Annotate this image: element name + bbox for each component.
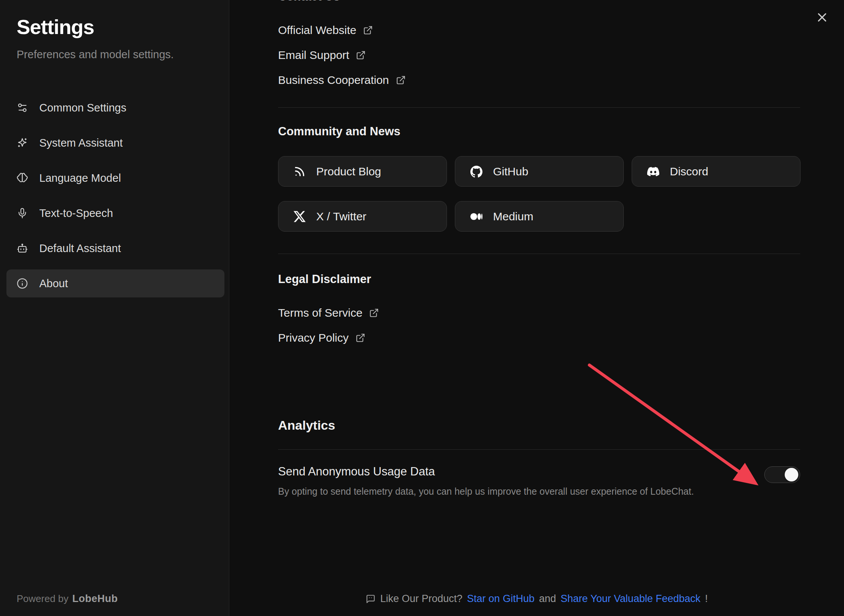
- powered-by-label: Powered by: [17, 593, 68, 604]
- medium-button[interactable]: Medium: [455, 201, 624, 232]
- button-label: Product Blog: [316, 165, 381, 178]
- terms-of-service-link[interactable]: Terms of Service: [278, 305, 379, 320]
- link-label: Business Cooperation: [278, 73, 389, 88]
- divider: [278, 449, 800, 450]
- external-link-icon: [369, 308, 379, 318]
- x-twitter-button[interactable]: X / Twitter: [278, 201, 447, 232]
- star-on-github-link[interactable]: Star on GitHub: [467, 593, 535, 605]
- sidebar-item-about[interactable]: About: [6, 269, 224, 297]
- usage-data-texts: Send Anonymous Usage Data By opting to s…: [278, 464, 694, 497]
- github-button[interactable]: GitHub: [455, 156, 624, 187]
- sidebar: Settings Preferences and model settings.…: [0, 0, 229, 616]
- sliders-icon: [17, 102, 28, 113]
- external-link-icon: [356, 333, 365, 343]
- button-label: X / Twitter: [316, 210, 366, 223]
- sidebar-item-common-settings[interactable]: Common Settings: [6, 94, 224, 122]
- button-label: GitHub: [493, 165, 528, 178]
- sidebar-item-label: Text-to-Speech: [39, 207, 113, 220]
- external-link-icon: [356, 50, 366, 60]
- footer: Like Our Product? Star on GitHub and Sha…: [230, 593, 844, 605]
- powered-by: Powered byLobeHub: [17, 593, 118, 605]
- privacy-policy-link[interactable]: Privacy Policy: [278, 330, 365, 345]
- button-label: Medium: [493, 210, 533, 223]
- bot-icon: [17, 243, 28, 254]
- setting-label: Send Anonymous Usage Data: [278, 464, 694, 479]
- button-label: Discord: [670, 165, 708, 178]
- medium-icon: [470, 210, 482, 223]
- mic-icon: [17, 207, 28, 219]
- legal-heading: Legal Disclaimer: [278, 272, 800, 286]
- toggle-knob: [785, 468, 798, 481]
- footer-conjunction: and: [539, 593, 556, 605]
- sidebar-item-default-assistant[interactable]: Default Assistant: [6, 234, 224, 262]
- page-title: Settings: [17, 15, 229, 39]
- sidebar-item-text-to-speech[interactable]: Text-to-Speech: [6, 199, 224, 227]
- discord-button[interactable]: Discord: [632, 156, 801, 187]
- info-icon: [17, 278, 28, 289]
- close-icon: [816, 11, 828, 23]
- external-link-icon: [396, 75, 406, 85]
- usage-data-toggle[interactable]: [764, 466, 800, 483]
- official-website-link[interactable]: Official Website: [278, 23, 373, 38]
- community-buttons: Product Blog GitHub Discord X / Twitter: [278, 156, 800, 232]
- footer-prefix: Like Our Product?: [380, 593, 462, 605]
- link-label: Official Website: [278, 23, 356, 38]
- about-panel: Contact Us Official Website Email Suppor…: [230, 0, 844, 616]
- divider: [278, 107, 800, 108]
- sidebar-item-label: Language Model: [39, 172, 121, 184]
- external-link-icon: [363, 25, 373, 35]
- setting-description: By opting to send telemetry data, you ca…: [278, 485, 694, 497]
- settings-nav: Common Settings System Assistant Languag…: [6, 94, 224, 297]
- usage-data-setting: Send Anonymous Usage Data By opting to s…: [278, 464, 800, 497]
- footer-suffix: !: [705, 593, 708, 605]
- github-icon: [470, 166, 482, 178]
- discord-icon: [647, 166, 659, 178]
- product-blog-button[interactable]: Product Blog: [278, 156, 447, 187]
- page-subtitle: Preferences and model settings.: [17, 48, 229, 61]
- sidebar-item-label: Default Assistant: [39, 242, 121, 255]
- sidebar-item-system-assistant[interactable]: System Assistant: [6, 129, 224, 157]
- link-label: Privacy Policy: [278, 330, 349, 345]
- share-feedback-link[interactable]: Share Your Valuable Feedback: [561, 593, 700, 605]
- close-button[interactable]: [814, 9, 830, 26]
- x-logo-icon: [294, 210, 306, 223]
- rss-icon: [294, 166, 306, 178]
- sidebar-item-label: System Assistant: [39, 137, 123, 149]
- settings-page: Settings Preferences and model settings.…: [0, 0, 844, 616]
- sidebar-item-label: About: [39, 277, 68, 290]
- brain-icon: [17, 172, 28, 184]
- business-cooperation-link[interactable]: Business Cooperation: [278, 73, 406, 88]
- link-label: Email Support: [278, 48, 349, 63]
- contact-us-heading: Contact Us: [278, 0, 800, 4]
- email-support-link[interactable]: Email Support: [278, 48, 366, 63]
- sparkles-icon: [17, 137, 28, 149]
- community-heading: Community and News: [278, 124, 800, 139]
- speech-bubble-icon: [366, 594, 376, 604]
- analytics-heading: Analytics: [278, 418, 800, 432]
- lobehub-logo[interactable]: LobeHub: [72, 593, 117, 604]
- sidebar-item-label: Common Settings: [39, 102, 127, 114]
- divider: [278, 254, 800, 254]
- link-label: Terms of Service: [278, 305, 362, 320]
- sidebar-item-language-model[interactable]: Language Model: [6, 164, 224, 192]
